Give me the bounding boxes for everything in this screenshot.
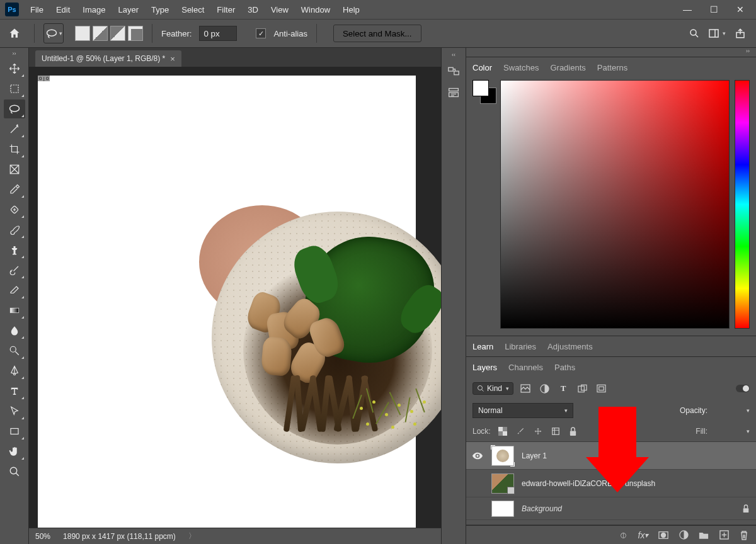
filter-pixel-icon[interactable] (520, 383, 531, 394)
toolbar-collapse-icon[interactable]: ›› (13, 50, 16, 57)
foreground-background-swatch[interactable] (472, 80, 495, 331)
filter-smart-icon[interactable] (595, 383, 607, 394)
clone-tool[interactable] (4, 241, 25, 259)
layer-name[interactable]: Background (522, 504, 735, 513)
menu-window[interactable]: Window (295, 0, 336, 19)
menu-edit[interactable]: Edit (50, 0, 76, 19)
rectangle-tool[interactable] (4, 422, 25, 441)
menu-layer[interactable]: Layer (112, 0, 146, 19)
selection-intersect-icon[interactable] (128, 26, 143, 41)
magic-wand-tool[interactable] (4, 120, 25, 139)
new-layer-icon[interactable] (718, 530, 730, 541)
tab-learn[interactable]: Learn (472, 342, 493, 351)
lock-image-icon[interactable] (515, 426, 526, 437)
layer-filter-kind[interactable]: Kind ▾ (472, 382, 513, 395)
history-brush-tool[interactable] (4, 261, 25, 280)
healing-tool[interactable] (4, 200, 25, 219)
workspace-switcher[interactable]: ▾ (709, 29, 726, 38)
new-group-icon[interactable] (698, 530, 709, 541)
selection-add-icon[interactable] (93, 26, 108, 41)
menu-view[interactable]: View (265, 0, 295, 19)
lock-all-icon[interactable] (568, 426, 579, 437)
share-icon[interactable] (735, 28, 746, 39)
antialias-checkbox[interactable]: ✓ (256, 28, 266, 38)
pen-tool[interactable] (4, 361, 25, 380)
history-panel-icon[interactable] (445, 63, 462, 79)
document-tab[interactable]: Untitled-1 @ 50% (Layer 1, RGB/8) * × (35, 50, 181, 67)
opacity-chevron-icon[interactable]: ▾ (745, 407, 750, 414)
lock-position-icon[interactable] (532, 426, 544, 437)
layer-row[interactable]: Background (466, 497, 756, 520)
artboard-tool[interactable] (4, 79, 25, 98)
type-tool[interactable] (4, 382, 25, 400)
properties-panel-icon[interactable] (445, 84, 462, 101)
filter-toggle[interactable] (736, 385, 750, 392)
tab-adjustments[interactable]: Adjustments (547, 342, 593, 351)
filter-type-icon[interactable]: T (558, 383, 569, 394)
zoom-tool[interactable] (4, 462, 25, 481)
hue-slider[interactable] (735, 80, 750, 329)
eraser-tool[interactable] (4, 281, 25, 300)
hand-tool[interactable] (4, 442, 25, 461)
brush-tool[interactable] (4, 220, 25, 239)
filter-adjustment-icon[interactable] (539, 383, 550, 394)
tab-swatches[interactable]: Swatches (503, 63, 539, 72)
dodge-tool[interactable] (4, 341, 25, 360)
menu-help[interactable]: Help (336, 0, 366, 19)
tool-preset-picker[interactable]: ▾ (43, 23, 64, 43)
zoom-level[interactable]: 50% (35, 532, 50, 541)
menu-file[interactable]: File (24, 0, 50, 19)
lasso-tool[interactable] (4, 99, 25, 118)
home-button[interactable] (4, 23, 25, 44)
select-and-mask-button[interactable]: Select and Mask... (333, 25, 421, 42)
layer-name[interactable]: Layer 1 (522, 451, 750, 460)
layer-thumbnail[interactable] (491, 446, 514, 466)
tab-layers[interactable]: Layers (472, 363, 497, 372)
tab-gradients[interactable]: Gradients (550, 63, 585, 72)
tab-paths[interactable]: Paths (554, 363, 575, 372)
menu-filter[interactable]: Filter (210, 0, 241, 19)
selection-subtract-icon[interactable] (110, 26, 125, 41)
layer-row[interactable]: edward-howell-iDlZaCORBO0-unsplash (466, 470, 756, 497)
tab-color[interactable]: Color (472, 63, 492, 72)
frame-tool[interactable] (4, 160, 25, 179)
menu-select[interactable]: Select (175, 0, 210, 19)
search-icon[interactable] (689, 28, 700, 39)
filter-shape-icon[interactable] (576, 383, 588, 394)
layer-thumbnail[interactable] (491, 501, 514, 517)
layer-effects-icon[interactable]: fx▾ (638, 530, 649, 541)
eyedropper-tool[interactable] (4, 180, 25, 199)
blur-tool[interactable] (4, 321, 25, 340)
window-minimize-button[interactable]: — (674, 1, 701, 18)
crop-tool[interactable] (4, 140, 25, 159)
tab-channels[interactable]: Channels (508, 363, 543, 372)
window-maximize-button[interactable]: ☐ (701, 1, 727, 18)
lock-transparency-icon[interactable] (497, 426, 508, 437)
menu-type[interactable]: Type (145, 0, 175, 19)
adjustment-layer-icon[interactable] (678, 530, 689, 541)
delete-layer-icon[interactable] (738, 530, 750, 541)
tab-libraries[interactable]: Libraries (505, 342, 536, 351)
selection-new-icon[interactable] (75, 26, 90, 41)
layer-thumbnail[interactable] (491, 473, 514, 494)
canvas-area[interactable]: 0 | 0 (29, 67, 441, 528)
lock-artboard-icon[interactable] (550, 426, 561, 437)
add-mask-icon[interactable] (658, 530, 669, 541)
dock-collapse-icon[interactable]: ‹‹ (452, 52, 455, 58)
visibility-toggle-icon[interactable] (472, 452, 484, 460)
feather-input[interactable] (199, 26, 237, 41)
fill-chevron-icon[interactable]: ▾ (745, 428, 750, 434)
menu-image[interactable]: Image (76, 0, 112, 19)
tab-patterns[interactable]: Patterns (597, 63, 627, 72)
move-tool[interactable] (4, 59, 25, 78)
menu-3d[interactable]: 3D (241, 0, 265, 19)
layer-name[interactable]: edward-howell-iDlZaCORBO0-unsplash (522, 479, 750, 488)
window-close-button[interactable]: ✕ (727, 1, 753, 18)
link-layers-icon[interactable]: ⦶ (617, 530, 629, 541)
blend-mode-dropdown[interactable]: Normal▾ (472, 403, 573, 418)
gradient-tool[interactable] (4, 301, 25, 320)
layer-row[interactable]: Layer 1 (466, 442, 756, 470)
saturation-value-picker[interactable] (500, 80, 730, 329)
close-tab-icon[interactable]: × (170, 54, 175, 64)
panels-collapse-icon[interactable]: ›› (466, 48, 756, 57)
